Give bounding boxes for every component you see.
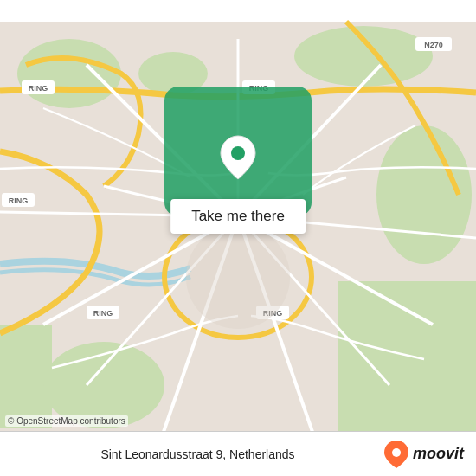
svg-rect-7 <box>338 281 476 454</box>
address-label: Sint Leonardusstraat 9, Netherlands <box>12 447 383 461</box>
attribution-text: © OpenStreetMap contributors <box>8 416 125 426</box>
svg-text:N270: N270 <box>424 41 443 49</box>
moovit-label: moovit <box>413 445 464 463</box>
svg-text:RING: RING <box>29 84 48 93</box>
map-container: RING RING N270 RING RING RING Take me th… <box>0 0 476 476</box>
map-pin <box>219 134 257 184</box>
svg-point-22 <box>186 225 290 329</box>
map-svg: RING RING N270 RING RING RING <box>0 0 476 476</box>
take-me-there-button[interactable]: Take me there <box>170 199 306 234</box>
svg-text:RING: RING <box>9 196 29 205</box>
svg-point-24 <box>392 448 401 457</box>
moovit-icon <box>383 440 409 469</box>
bottom-bar: Sint Leonardusstraat 9, Netherlands moov… <box>0 431 476 476</box>
svg-point-23 <box>231 146 245 160</box>
svg-point-1 <box>17 39 121 108</box>
map-attribution: © OpenStreetMap contributors <box>5 415 128 427</box>
moovit-logo: moovit <box>383 440 464 469</box>
svg-point-2 <box>294 26 433 87</box>
svg-rect-5 <box>0 325 52 428</box>
svg-text:RING: RING <box>93 309 113 318</box>
